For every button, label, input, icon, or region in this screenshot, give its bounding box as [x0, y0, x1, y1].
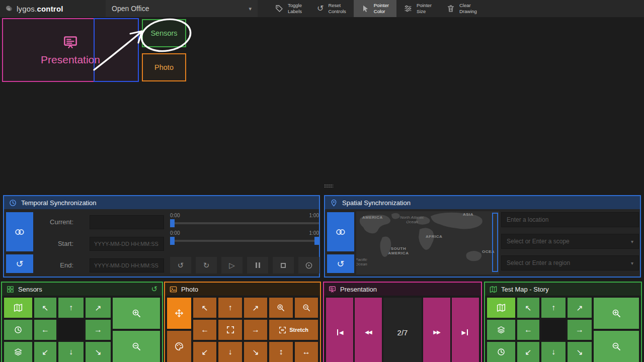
- photo-pan-up-button[interactable]: ↑: [218, 298, 242, 318]
- layers-icon: [14, 348, 22, 356]
- photo-stretch-vertical-button[interactable]: ↕: [269, 342, 292, 362]
- region-select[interactable]: Select or Enter a region ▾: [501, 255, 639, 270]
- slide-counter: 2/7: [383, 298, 422, 362]
- presentation-icon: [329, 286, 336, 293]
- sensors-zoom-out-button[interactable]: [113, 331, 160, 362]
- testmap-pan-down-button[interactable]: ↓: [541, 342, 566, 362]
- testmap-pan-up-left-button[interactable]: ↖: [517, 298, 539, 318]
- photo-pan-down-left-button[interactable]: ↙: [193, 342, 216, 362]
- clock-icon: [497, 348, 505, 356]
- map-selection-rectangle[interactable]: [492, 213, 498, 272]
- temporal-link-toggle-button[interactable]: [6, 212, 33, 251]
- scope-placeholder: Select or Enter a scope: [507, 238, 570, 245]
- rewind-icon: ◀◀: [365, 330, 371, 335]
- stop-button[interactable]: [273, 257, 294, 274]
- testmap-zoom-out-button[interactable]: [594, 331, 639, 362]
- photo-move-button[interactable]: [167, 298, 191, 329]
- sensors-zoom-in-button[interactable]: [113, 298, 160, 329]
- testmap-time-button[interactable]: [487, 342, 515, 362]
- scene-select-dropdown[interactable]: Open Office ▾: [106, 0, 258, 17]
- sensors-map-view-button[interactable]: [4, 298, 32, 318]
- photo-color-button[interactable]: [167, 331, 191, 362]
- presentation-icon: [63, 35, 78, 50]
- photo-stretch-button[interactable]: Stretch: [269, 320, 318, 340]
- testmap-pan-up-button[interactable]: ↑: [541, 298, 566, 318]
- photo-pan-down-right-button[interactable]: ↘: [244, 342, 267, 362]
- testmap-panel-header: Test Map - Story: [485, 283, 641, 296]
- fast-forward-icon: ▶▶: [433, 330, 440, 335]
- sensors-pan-right-button[interactable]: →: [86, 320, 111, 340]
- sensors-reset-icon[interactable]: ↺: [151, 285, 157, 294]
- slide-first-button[interactable]: ◀: [326, 298, 353, 362]
- sliders-icon: [404, 5, 412, 13]
- fit-screen-icon: [226, 326, 234, 334]
- floorplan-zone-photo[interactable]: Photo: [142, 53, 186, 81]
- sensors-pan-down-button[interactable]: ↓: [58, 342, 84, 362]
- floorplan-zone-outline[interactable]: [94, 18, 139, 82]
- sensors-center-cell: [58, 320, 84, 340]
- reset-controls-button[interactable]: ↺ ResetControls: [309, 0, 354, 17]
- floorplan-zone-sensors[interactable]: Sensors: [142, 19, 186, 47]
- sensors-pan-up-left-button[interactable]: ↖: [34, 298, 56, 318]
- clear-drawing-button[interactable]: ClearDrawing: [439, 0, 485, 17]
- testmap-pan-left-button[interactable]: ←: [517, 320, 539, 340]
- pause-button[interactable]: [247, 257, 268, 274]
- photo-zoom-in-button[interactable]: [269, 298, 292, 318]
- testmap-pan-down-left-button[interactable]: ↙: [517, 342, 539, 362]
- current-time-slider[interactable]: [170, 222, 319, 224]
- testmap-pan-right-button[interactable]: →: [568, 320, 592, 340]
- refresh-button[interactable]: ↻: [196, 257, 217, 274]
- photo-pan-right-button[interactable]: →: [244, 320, 267, 340]
- testmap-pan-down-right-button[interactable]: ↘: [568, 342, 592, 362]
- photo-pan-left-button[interactable]: ←: [193, 320, 216, 340]
- range-start-handle[interactable]: [170, 237, 175, 245]
- sensors-pan-up-button[interactable]: ↑: [58, 298, 84, 318]
- testmap-zoom-in-button[interactable]: [594, 298, 639, 329]
- sensors-pan-down-right-button[interactable]: ↘: [86, 342, 111, 362]
- location-input[interactable]: [501, 212, 639, 227]
- app-logo: lygos.control: [0, 5, 101, 13]
- slide-next-button[interactable]: ▶▶: [423, 298, 450, 362]
- photo-pan-up-left-button[interactable]: ↖: [193, 298, 216, 318]
- play-button[interactable]: ▷: [221, 257, 243, 274]
- photo-pan-down-button[interactable]: ↓: [218, 342, 242, 362]
- sensors-time-button[interactable]: [4, 320, 32, 340]
- testmap-map-view-button[interactable]: [487, 298, 515, 318]
- restart-button[interactable]: ↺: [170, 257, 191, 274]
- map-label-north-atlantic: North Atlantic Ocean: [397, 215, 427, 224]
- pointer-color-button[interactable]: PointerColor: [354, 0, 396, 17]
- chevron-down-icon: ▾: [631, 260, 633, 266]
- start-time-input[interactable]: [90, 237, 164, 251]
- pointer-size-button[interactable]: PointerSize: [396, 0, 439, 17]
- zoom-in-icon: [277, 304, 285, 312]
- current-time-input[interactable]: [90, 215, 164, 229]
- world-map[interactable]: AMERICA North Atlantic Ocean ASIA AFRICA…: [356, 211, 499, 275]
- toggle-labels-button[interactable]: ToggleLabels: [268, 0, 309, 17]
- zoom-in-icon: [132, 309, 141, 318]
- testmap-pan-up-right-button[interactable]: ↗: [568, 298, 592, 318]
- testmap-layers-button[interactable]: [487, 320, 515, 340]
- slide-previous-button[interactable]: ◀◀: [355, 298, 382, 362]
- sensors-layers-button[interactable]: [4, 342, 32, 362]
- end-time-input[interactable]: [90, 258, 164, 273]
- slide-last-button[interactable]: ▶: [452, 298, 479, 362]
- current-slider-handle[interactable]: [170, 219, 175, 227]
- photo-panel-header: Photo: [165, 283, 320, 296]
- loop-play-button[interactable]: [298, 257, 319, 274]
- photo-stretch-horizontal-button[interactable]: ↔: [295, 342, 318, 362]
- photo-fit-button[interactable]: [218, 320, 242, 340]
- spatial-link-toggle-button[interactable]: [327, 212, 354, 251]
- temporal-reset-button[interactable]: ↺: [6, 254, 33, 273]
- spatial-reset-button[interactable]: ↺: [327, 254, 354, 273]
- photo-pan-up-right-button[interactable]: ↗: [244, 298, 267, 318]
- photo-zoom-out-button[interactable]: [295, 298, 318, 318]
- sensors-pan-left-button[interactable]: ←: [34, 320, 56, 340]
- panel-splitter-handle[interactable]: [324, 184, 333, 188]
- stop-icon: [281, 263, 286, 268]
- scope-select[interactable]: Select or Enter a scope ▾: [501, 234, 639, 249]
- start-end-range-slider[interactable]: [170, 240, 319, 242]
- range-slider-min-label: 0:00: [170, 230, 180, 236]
- sensors-pan-up-right-button[interactable]: ↗: [86, 298, 111, 318]
- sensors-pan-down-left-button[interactable]: ↙: [34, 342, 56, 362]
- range-end-handle[interactable]: [314, 237, 319, 245]
